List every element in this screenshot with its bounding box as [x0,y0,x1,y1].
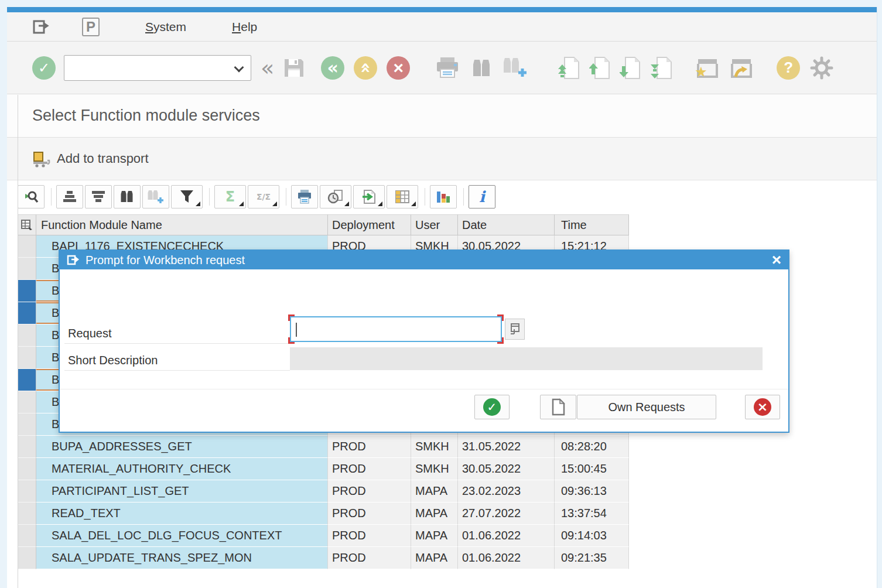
alv-grid-area: Σ Σ/Σ [7,183,877,211]
exit-icon[interactable]: « [354,56,377,80]
back-icon[interactable]: « [321,56,344,80]
cell-user: MAPA [411,525,458,547]
dropdown-arrow-icon[interactable] [239,201,244,206]
collapse-command-field-icon[interactable]: « [261,57,274,79]
customize-layout-icon[interactable] [809,56,834,80]
menu-system[interactable]: System [145,20,186,34]
dropdown-arrow-icon[interactable] [344,201,349,206]
find-next-icon[interactable] [501,56,529,80]
row-select-cell[interactable] [18,280,36,302]
set-filter-icon[interactable] [171,185,203,208]
row-select-cell[interactable] [18,347,36,369]
graphic-icon[interactable] [430,185,457,208]
print-icon[interactable] [291,185,318,208]
cell-date: 27.07.2022 [458,502,555,525]
chevron-down-icon[interactable] [234,62,244,72]
last-page-icon[interactable] [650,55,674,81]
row-select-cell[interactable] [18,436,36,458]
separator [51,188,52,206]
close-icon[interactable]: × [772,251,781,269]
row-select-cell[interactable] [18,369,36,391]
cell-date: 01.06.2022 [458,525,555,547]
menu-help[interactable]: Help [232,20,257,34]
text-cursor [296,323,297,337]
find-next-icon[interactable] [142,185,169,208]
required-marker [288,314,295,321]
sort-descending-icon[interactable] [85,185,112,208]
dropdown-arrow-icon[interactable] [411,201,416,206]
add-to-transport-button[interactable]: Add to transport [32,149,149,168]
cancel-button[interactable]: × [745,395,780,419]
row-select-cell[interactable] [18,391,36,413]
own-requests-label: Own Requests [608,401,685,414]
dialog-title: Prompt for Workbench request [86,254,245,267]
row-select-cell[interactable] [18,480,36,502]
row-select-cell[interactable] [18,413,36,436]
dropdown-arrow-icon[interactable] [378,201,382,206]
row-select-cell[interactable] [18,302,36,324]
own-requests-button[interactable]: Own Requests [577,395,716,419]
cell-date: 23.02.2023 [458,480,555,502]
find-icon[interactable] [470,56,493,80]
first-page-icon[interactable] [558,55,581,81]
row-select-cell[interactable] [18,258,36,280]
views-icon[interactable] [320,185,351,208]
total-icon[interactable]: Σ [214,185,246,208]
table-row[interactable]: SALA_UPDATE_TRANS_SPEZ_MONPRODMAPA01.06.… [18,547,629,569]
find-icon[interactable] [114,185,141,208]
select-all-icon[interactable] [18,214,36,235]
column-header-function-module-name[interactable]: Function Module Name [36,214,328,235]
new-session-icon[interactable]: ★ [693,56,719,80]
value-help-icon[interactable] [505,319,525,340]
short-description-input [290,347,763,370]
table-row[interactable]: PARTICIPANT_LIST_GETPRODMAPA23.02.202309… [18,480,629,502]
cell-date: 31.05.2022 [458,436,555,458]
window-menu-icon[interactable] [32,18,50,36]
create-request-button[interactable] [540,395,576,419]
column-header-date[interactable]: Date [458,214,555,235]
choose-layout-icon[interactable] [387,185,418,208]
row-select-cell[interactable] [18,235,36,258]
row-select-cell[interactable] [18,458,36,480]
green-check-icon: ✓ [483,398,501,416]
enter-icon[interactable]: ✓ [32,56,56,80]
cell-user: SMKH [411,458,458,480]
table-row[interactable]: MATERIAL_AUTHORITY_CHECKPRODSMKH30.05.20… [18,458,629,480]
export-icon[interactable] [353,185,385,208]
row-select-cell[interactable] [18,324,36,347]
column-header-time[interactable]: Time [555,214,629,235]
add-to-transport-label: Add to transport [57,151,149,166]
info-icon[interactable]: i [469,185,495,208]
details-icon[interactable] [18,185,45,208]
previous-page-icon[interactable] [589,55,611,81]
continue-button[interactable]: ✓ [474,395,510,419]
cell-user: SMKH [411,436,458,458]
command-field[interactable] [64,55,251,81]
table-row[interactable]: SALA_DEL_LOC_DLG_FOCUS_CONTEXTPRODMAPA01… [18,525,629,547]
required-marker [497,337,504,344]
blank-document-icon [551,398,566,416]
required-marker [497,314,504,321]
next-page-icon[interactable] [620,55,642,81]
row-select-cell[interactable] [18,525,36,547]
save-icon[interactable] [282,57,306,79]
column-header-deployment[interactable]: Deployment [328,214,411,235]
dropdown-arrow-icon[interactable] [196,201,200,206]
column-header-user[interactable]: User [411,214,458,235]
table-row[interactable]: BUPA_ADDRESSES_GETPRODSMKH31.05.202208:2… [18,436,629,458]
row-select-cell[interactable] [18,547,36,569]
dialog-title-bar[interactable]: Prompt for Workbench request × [60,251,788,269]
generate-shortcut-icon[interactable] [727,56,753,80]
table-row[interactable]: READ_TEXTPRODMAPA27.07.202213:37:54 [18,502,629,525]
dropdown-arrow-icon[interactable] [272,201,277,206]
request-input[interactable] [290,316,502,342]
row-select-cell[interactable] [18,502,36,525]
cancel-icon[interactable]: × [387,56,410,80]
sort-ascending-icon[interactable] [56,185,83,208]
help-icon[interactable]: ? [777,56,800,80]
cell-user: MAPA [411,502,458,525]
print-icon[interactable] [435,56,460,80]
cell-deployment: PROD [328,458,411,480]
alv-toolbar: Σ Σ/Σ [18,183,877,211]
subtotal-icon[interactable]: Σ/Σ [248,185,279,208]
